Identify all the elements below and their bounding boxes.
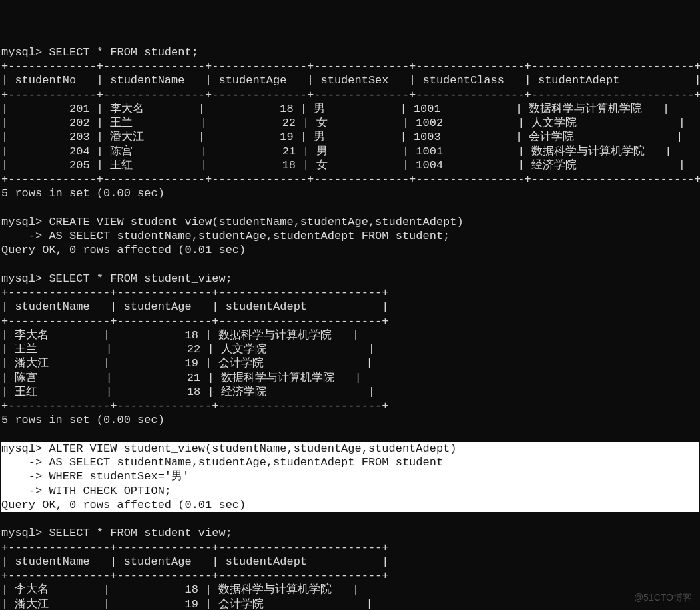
terminal-output[interactable]: mysql> SELECT * FROM student; +---------… — [1, 45, 699, 610]
watermark: @51CTO博客 — [634, 592, 692, 604]
highlighted-query: mysql> ALTER VIEW student_view(studentNa… — [1, 442, 699, 512]
